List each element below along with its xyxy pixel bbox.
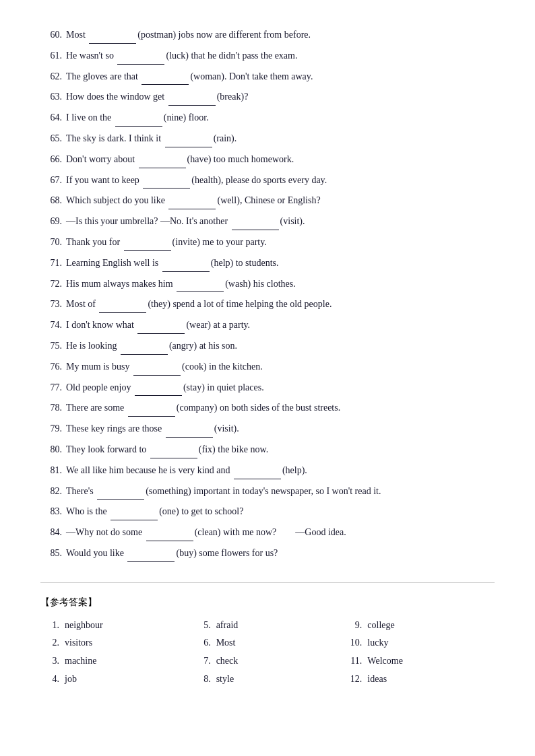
- hint: (health): [191, 175, 221, 185]
- hint: (company): [177, 403, 218, 413]
- question-number: 67.: [40, 172, 62, 188]
- blank: [139, 151, 186, 168]
- question-text: Would you like (buy) some flowers for us…: [66, 545, 495, 562]
- blank: [97, 483, 144, 500]
- question-text: Who is the (one) to get to school?: [66, 504, 495, 520]
- question-text: We all like him because he is very kind …: [66, 462, 495, 479]
- hint: (clean): [195, 527, 221, 537]
- answer-value: Most: [216, 634, 236, 652]
- blank: [143, 172, 190, 189]
- question-item: 85.Would you like (buy) some flowers for…: [40, 545, 495, 562]
- answer-number: 11.: [343, 652, 362, 671]
- blank: [168, 193, 216, 209]
- answer-number: 4.: [40, 671, 59, 689]
- question-text: They look forward to (fix) the bike now.: [66, 442, 495, 458]
- answer-value: ideas: [367, 671, 387, 689]
- hint: (invite): [172, 237, 200, 247]
- answer-item: 1.neighbour: [40, 617, 192, 635]
- answer-value: machine: [65, 652, 96, 671]
- question-text: Don't worry about (have) too much homewo…: [66, 151, 495, 168]
- question-item: 61.He wasn't so (luck) that he didn't pa…: [40, 48, 495, 65]
- question-item: 77.Old people enjoy (stay) in quiet plac…: [40, 380, 495, 397]
- question-item: 80.They look forward to (fix) the bike n…: [40, 442, 495, 458]
- hint: (angry): [169, 341, 197, 351]
- answer-item: 12.ideas: [343, 671, 495, 689]
- hint: (luck): [166, 50, 188, 61]
- question-number: 63.: [40, 89, 62, 105]
- question-number: 82.: [40, 483, 62, 500]
- question-item: 65.The sky is dark. I think it (rain).: [40, 131, 495, 147]
- question-number: 84.: [40, 524, 62, 541]
- question-item: 74.I don't know what (wear) at a party.: [40, 317, 495, 334]
- question-text: These key rings are those (visit).: [66, 421, 495, 438]
- blank: [177, 276, 224, 293]
- hint: (wash): [225, 279, 251, 289]
- blank: [89, 27, 136, 44]
- question-text: I don't know what (wear) at a party.: [66, 317, 495, 334]
- question-list: 60.Most (postman) jobs now are different…: [40, 27, 495, 562]
- question-item: 66.Don't worry about (have) too much hom…: [40, 151, 495, 168]
- answer-item: 3.machine: [40, 652, 192, 671]
- question-item: 71.Learning English well is (help) to st…: [40, 255, 495, 272]
- answer-item: 4.job: [40, 671, 192, 689]
- answer-number: 1.: [40, 617, 59, 635]
- hint: (help): [211, 258, 233, 268]
- question-text: There's (something) important in today's…: [66, 483, 495, 500]
- question-text: —Is this your umbrella? —No. It's anothe…: [66, 213, 495, 230]
- hint: (fix): [199, 444, 216, 454]
- blank: [121, 338, 168, 355]
- question-text: He wasn't so (luck) that he didn't pass …: [66, 48, 495, 65]
- blank: [128, 400, 175, 417]
- question-item: 63.How does the window get (break)?: [40, 89, 495, 106]
- question-number: 80.: [40, 442, 62, 458]
- question-item: 76.My mum is busy (cook) in the kitchen.: [40, 359, 495, 376]
- question-text: Learning English well is (help) to stude…: [66, 255, 495, 272]
- blank: [165, 131, 212, 147]
- hint: (have): [187, 154, 212, 164]
- question-text: He is looking (angry) at his son.: [66, 338, 495, 355]
- answer-number: 9.: [343, 617, 362, 635]
- question-item: 68.Which subject do you like (well), Chi…: [40, 193, 495, 209]
- blank: [115, 110, 162, 127]
- hint: (break): [217, 92, 244, 102]
- hint: (cook): [182, 362, 207, 372]
- question-item: 72.His mum always makes him (wash) his c…: [40, 276, 495, 293]
- blank: [135, 380, 182, 397]
- question-number: 69.: [40, 213, 62, 230]
- question-number: 85.: [40, 545, 62, 561]
- answer-item: 5.afraid: [192, 617, 344, 635]
- blank: [166, 421, 213, 438]
- question-number: 70.: [40, 234, 62, 250]
- hint: (visit): [214, 423, 237, 434]
- answer-item: 11.Welcome: [343, 652, 495, 671]
- blank: [234, 462, 281, 479]
- question-number: 71.: [40, 255, 62, 271]
- answer-number: 6.: [192, 634, 211, 652]
- hint: (rain): [214, 133, 234, 143]
- hint: (visit): [280, 216, 303, 226]
- answer-value: Welcome: [367, 652, 403, 671]
- question-number: 73.: [40, 296, 62, 312]
- question-number: 83.: [40, 504, 62, 520]
- answer-column-1: 1.neighbour2.visitors3.machine4.job: [40, 617, 192, 688]
- question-item: 73.Most of (they) spend a lot of time he…: [40, 296, 495, 313]
- answer-grid: 1.neighbour2.visitors3.machine4.job5.afr…: [40, 617, 495, 688]
- answer-item: 2.visitors: [40, 634, 192, 652]
- blank: [133, 359, 181, 376]
- question-item: 67.If you want to keep (health), please …: [40, 172, 495, 189]
- question-item: 70.Thank you for (invite) me to your par…: [40, 234, 495, 251]
- question-item: 82.There's (something) important in toda…: [40, 483, 495, 500]
- hint: (postman): [137, 30, 176, 40]
- question-text: My mum is busy (cook) in the kitchen.: [66, 359, 495, 376]
- question-text: His mum always makes him (wash) his clot…: [66, 276, 495, 293]
- question-number: 75.: [40, 338, 62, 354]
- question-number: 81.: [40, 462, 62, 479]
- question-item: 81.We all like him because he is very ki…: [40, 462, 495, 479]
- question-number: 79.: [40, 421, 62, 437]
- question-text: Which subject do you like (well), Chines…: [66, 193, 495, 209]
- answer-item: 7.check: [192, 652, 344, 671]
- question-item: 78.There are some (company) on both side…: [40, 400, 495, 417]
- question-number: 65.: [40, 131, 62, 147]
- blank: [127, 545, 175, 562]
- answer-column-3: 9.college10.lucky11.Welcome12.ideas: [343, 617, 495, 688]
